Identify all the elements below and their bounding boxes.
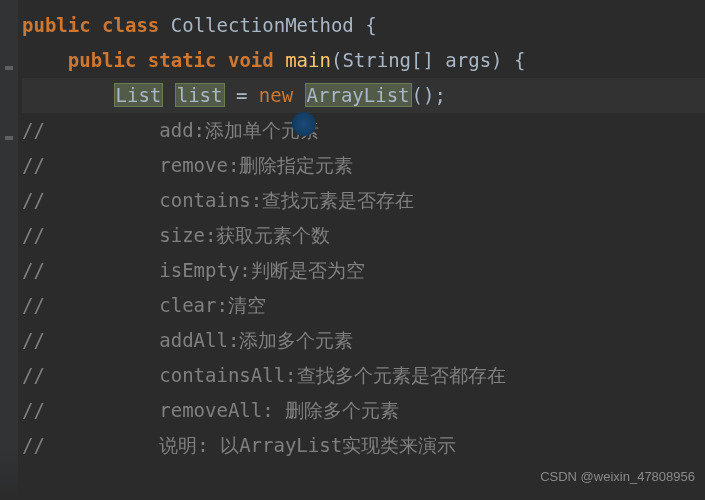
keyword-public: public	[22, 14, 91, 36]
comment-text: removeAll: 删除多个元素	[159, 399, 399, 421]
code-line-comment: // isEmpty:判断是否为空	[22, 253, 705, 288]
gutter-fold-icon[interactable]	[5, 66, 13, 70]
comment-text: containsAll:查找多个元素是否都存在	[159, 364, 505, 386]
keyword-static: static	[148, 49, 217, 71]
tail: ();	[412, 84, 446, 106]
indent	[45, 294, 159, 316]
comment-text: addAll:添加多个元素	[159, 329, 353, 351]
comment-prefix: //	[22, 399, 45, 421]
comment-text: contains:查找元素是否存在	[159, 189, 414, 211]
comment-prefix: //	[22, 119, 45, 141]
indent	[45, 154, 159, 176]
code-line-comment: // 说明: 以ArrayList实现类来演示	[22, 428, 705, 463]
comment-text: 说明: 以ArrayList实现类来演示	[159, 434, 456, 456]
indent	[45, 189, 159, 211]
space	[293, 84, 304, 106]
comment-prefix: //	[22, 329, 45, 351]
highlight-type: List	[114, 83, 164, 107]
keyword-public: public	[68, 49, 137, 71]
code-line-comment: // contains:查找元素是否存在	[22, 183, 705, 218]
highlight-type: ArrayList	[305, 83, 412, 107]
brace: {	[354, 14, 377, 36]
method-name: main	[285, 49, 331, 71]
indent	[45, 259, 159, 281]
code-line: public class CollectionMethod {	[22, 8, 705, 43]
keyword-class: class	[102, 14, 159, 36]
indent	[45, 329, 159, 351]
highlight-var: list	[175, 83, 225, 107]
indent	[45, 364, 159, 386]
indent	[22, 49, 68, 71]
code-line-comment: // remove:删除指定元素	[22, 148, 705, 183]
comment-text: clear:清空	[159, 294, 266, 316]
indent	[45, 399, 159, 421]
gutter-fold-icon[interactable]	[5, 136, 13, 140]
comment-prefix: //	[22, 364, 45, 386]
cursor-indicator-icon	[292, 112, 316, 136]
comment-prefix: //	[22, 434, 45, 456]
class-name: CollectionMethod	[171, 14, 354, 36]
comment-prefix: //	[22, 154, 45, 176]
watermark-text: CSDN @weixin_47808956	[540, 459, 695, 494]
code-line-comment: // clear:清空	[22, 288, 705, 323]
space	[163, 84, 174, 106]
comment-text: remove:删除指定元素	[159, 154, 353, 176]
comment-prefix: //	[22, 259, 45, 281]
code-line-comment: // containsAll:查找多个元素是否都存在	[22, 358, 705, 393]
operator: =	[225, 84, 259, 106]
comment-text: size:获取元素个数	[159, 224, 330, 246]
keyword-void: void	[228, 49, 274, 71]
keyword-new: new	[259, 84, 293, 106]
comment-prefix: //	[22, 189, 45, 211]
comment-text: isEmpty:判断是否为空	[159, 259, 365, 281]
editor-gutter	[0, 0, 18, 500]
code-line-comment: // removeAll: 删除多个元素	[22, 393, 705, 428]
code-line-comment: // addAll:添加多个元素	[22, 323, 705, 358]
code-line: public static void main(String[] args) {	[22, 43, 705, 78]
indent	[22, 84, 114, 106]
indent	[45, 434, 159, 456]
code-line-comment: // size:获取元素个数	[22, 218, 705, 253]
code-editor[interactable]: public class CollectionMethod { public s…	[0, 8, 705, 463]
comment-prefix: //	[22, 224, 45, 246]
code-line-active: List list = new ArrayList();	[22, 78, 705, 113]
method-params: (String[] args) {	[331, 49, 525, 71]
indent	[45, 224, 159, 246]
code-line-comment: // add:添加单个元素	[22, 113, 705, 148]
indent	[45, 119, 159, 141]
comment-prefix: //	[22, 294, 45, 316]
